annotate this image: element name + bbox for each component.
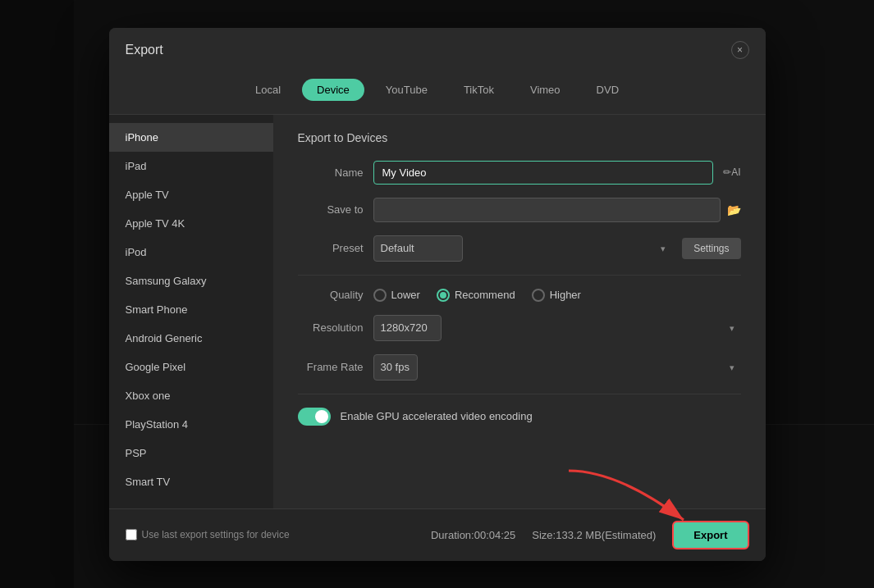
device-item-psp[interactable]: PSP — [109, 439, 273, 467]
modal-overlay: Export × Local Device YouTube TikTok Vim… — [0, 0, 874, 588]
device-item-iphone[interactable]: iPhone — [109, 123, 273, 152]
device-item-xbox-one[interactable]: Xbox one — [109, 381, 273, 410]
divider-1 — [298, 275, 741, 276]
frame-rate-select-wrap: 30 fps 24 fps 60 fps — [373, 354, 741, 381]
duration-text: Duration:00:04:25 — [431, 529, 515, 541]
settings-button[interactable]: Settings — [682, 238, 740, 259]
device-item-android-generic[interactable]: Android Generic — [109, 324, 273, 353]
frame-rate-row: Frame Rate 30 fps 24 fps 60 fps — [298, 354, 741, 381]
device-item-ipad[interactable]: iPad — [109, 152, 273, 180]
device-item-smart-phone[interactable]: Smart Phone — [109, 295, 273, 324]
checkbox-label: Use last export settings for device — [142, 529, 290, 540]
device-item-smart-tv[interactable]: Smart TV — [109, 467, 273, 496]
tab-dvd[interactable]: DVD — [582, 79, 634, 101]
resolution-select-wrap: 1280x720 1920x1080 3840x2160 — [373, 315, 741, 341]
device-list: iPhone iPad Apple TV Apple TV 4K iPod Sa… — [109, 115, 273, 508]
checkbox-wrap: Use last export settings for device — [126, 529, 290, 540]
name-row: Name ✏AI — [298, 161, 741, 185]
folder-button[interactable]: 📂 — [727, 203, 741, 217]
device-item-samsung-galaxy[interactable]: Samsung Galaxy — [109, 267, 273, 295]
dialog-title: Export — [126, 43, 163, 57]
tab-youtube[interactable]: YouTube — [371, 79, 442, 101]
divider-2 — [298, 394, 741, 394]
save-to-label: Save to — [298, 203, 364, 216]
tab-vimeo[interactable]: Vimeo — [515, 79, 575, 101]
quality-higher-label: Higher — [550, 289, 581, 301]
frame-rate-label: Frame Rate — [298, 361, 364, 373]
resolution-row: Resolution 1280x720 1920x1080 3840x2160 — [298, 315, 741, 341]
gpu-toggle[interactable] — [298, 408, 331, 426]
dialog-header: Export × — [109, 28, 766, 72]
device-item-apple-tv-4k[interactable]: Apple TV 4K — [109, 209, 273, 238]
preset-select[interactable]: Default High Quality Medium Quality — [373, 235, 463, 262]
close-button[interactable]: × — [731, 41, 749, 59]
section-title: Export to Devices — [298, 131, 741, 144]
tab-local[interactable]: Local — [240, 79, 295, 101]
dialog-content: iPhone iPad Apple TV Apple TV 4K iPod Sa… — [109, 115, 766, 508]
quality-higher[interactable]: Higher — [532, 289, 581, 302]
tab-device[interactable]: Device — [302, 79, 364, 101]
save-path-area: 📂 — [373, 198, 741, 222]
name-input[interactable] — [373, 161, 714, 185]
device-item-apple-tv[interactable]: Apple TV — [109, 180, 273, 209]
radio-recommend[interactable] — [437, 289, 450, 302]
preset-row: Preset Default High Quality Medium Quali… — [298, 235, 741, 262]
frame-rate-select[interactable]: 30 fps 24 fps 60 fps — [373, 354, 418, 381]
radio-lower[interactable] — [373, 289, 387, 302]
preset-select-wrap: Default High Quality Medium Quality — [373, 235, 673, 262]
save-path-input[interactable] — [373, 198, 721, 222]
resolution-select[interactable]: 1280x720 1920x1080 3840x2160 — [373, 315, 442, 341]
device-item-playstation-4[interactable]: PlayStation 4 — [109, 410, 273, 439]
footer-left: Use last export settings for device — [126, 529, 290, 540]
main-panel: Export to Devices Name ✏AI Save to 📂 — [273, 115, 766, 508]
tab-tiktok[interactable]: TikTok — [449, 79, 509, 101]
device-item-ipod[interactable]: iPod — [109, 238, 273, 267]
preset-label: Preset — [298, 242, 364, 254]
gpu-label: Enable GPU accelerated video encoding — [341, 410, 533, 422]
quality-recommend[interactable]: Recommend — [437, 289, 515, 302]
last-settings-checkbox[interactable] — [126, 529, 137, 540]
quality-row: Quality Lower Recommend Higher — [298, 289, 741, 302]
quality-recommend-label: Recommend — [455, 289, 515, 301]
quality-lower-label: Lower — [391, 289, 420, 301]
dialog-footer: Use last export settings for device Dura… — [109, 508, 766, 561]
tabs-bar: Local Device YouTube TikTok Vimeo DVD — [109, 72, 766, 115]
gpu-row: Enable GPU accelerated video encoding — [298, 408, 741, 426]
export-dialog: Export × Local Device YouTube TikTok Vim… — [109, 28, 766, 561]
ai-edit-icon[interactable]: ✏AI — [723, 166, 740, 178]
device-item-google-pixel[interactable]: Google Pixel — [109, 353, 273, 381]
size-text: Size:133.2 MB(Estimated) — [532, 529, 656, 541]
save-to-row: Save to 📂 — [298, 198, 741, 222]
radio-higher[interactable] — [532, 289, 545, 302]
name-label: Name — [298, 166, 364, 179]
quality-lower[interactable]: Lower — [373, 289, 420, 302]
resolution-label: Resolution — [298, 321, 364, 334]
quality-label: Quality — [298, 289, 364, 301]
export-button[interactable]: Export — [672, 521, 748, 549]
quality-options: Lower Recommend Higher — [373, 289, 581, 302]
